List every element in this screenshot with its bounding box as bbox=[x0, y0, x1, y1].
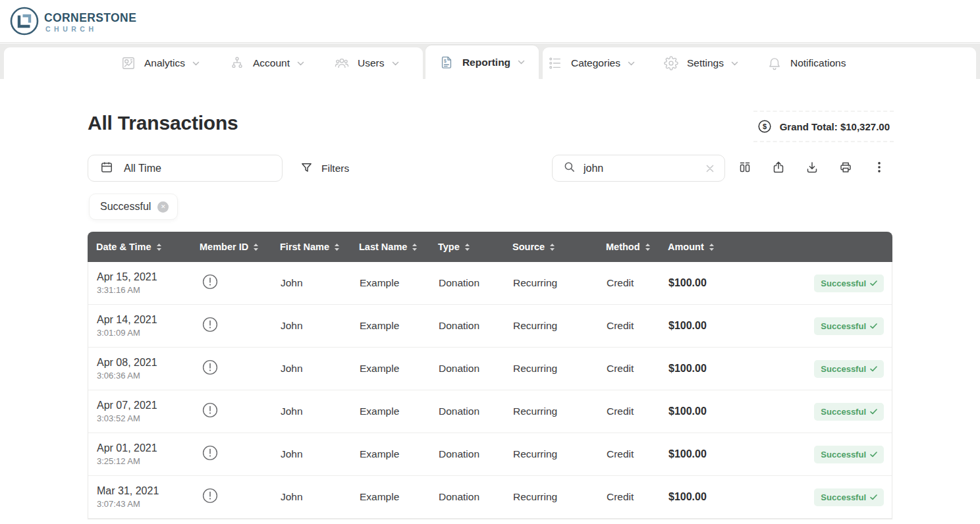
active-filter-chip[interactable]: Successful ✕ bbox=[89, 194, 178, 220]
check-icon bbox=[870, 323, 877, 329]
app-header: CORNERSTONE CHURCH bbox=[0, 0, 980, 43]
sort-icon bbox=[709, 243, 715, 251]
status-badge: Successful bbox=[814, 360, 884, 378]
table-tools bbox=[732, 155, 892, 182]
table-row[interactable]: Apr 07, 2021 3:03:52 AM John Example Don… bbox=[88, 390, 892, 433]
table-body: Apr 15, 2021 3:31:16 AM John Example Don… bbox=[88, 262, 892, 519]
search-icon bbox=[563, 161, 576, 176]
source-cell: Recurring bbox=[513, 277, 607, 289]
column-header-source[interactable]: Source bbox=[512, 242, 606, 252]
first-name-cell: John bbox=[281, 491, 360, 503]
first-name-cell: John bbox=[281, 363, 360, 375]
table-row[interactable]: Apr 14, 2021 3:01:09 AM John Example Don… bbox=[88, 305, 892, 348]
date-range-picker[interactable]: All Time bbox=[88, 155, 283, 182]
type-cell: Donation bbox=[439, 277, 513, 289]
search-box bbox=[552, 155, 725, 182]
sort-icon bbox=[464, 243, 470, 251]
column-header-type[interactable]: Type bbox=[438, 242, 512, 252]
last-name-cell: Example bbox=[360, 406, 439, 417]
svg-text:$: $ bbox=[444, 58, 447, 63]
column-header-date-time[interactable]: Date & Time bbox=[88, 242, 200, 252]
method-cell: Credit bbox=[607, 277, 668, 289]
table-row[interactable]: Apr 08, 2021 3:06:36 AM John Example Don… bbox=[88, 348, 892, 390]
notifications-icon bbox=[767, 56, 782, 70]
nav-item-categories[interactable]: Categories bbox=[548, 56, 635, 70]
check-icon bbox=[870, 494, 877, 500]
column-header-amount[interactable]: Amount bbox=[668, 242, 760, 252]
method-cell: Credit bbox=[607, 363, 668, 375]
columns-icon bbox=[738, 161, 751, 176]
member-alert-icon[interactable] bbox=[202, 444, 219, 461]
transaction-date: Apr 07, 2021 bbox=[97, 400, 200, 411]
type-cell: Donation bbox=[439, 320, 513, 332]
download-button[interactable] bbox=[799, 155, 825, 182]
nav-item-account[interactable]: Account bbox=[230, 56, 304, 70]
first-name-cell: John bbox=[281, 277, 360, 289]
download-icon bbox=[805, 161, 819, 176]
calendar-icon bbox=[100, 161, 113, 176]
member-alert-icon[interactable] bbox=[202, 487, 219, 504]
amount-cell: $100.00 bbox=[668, 448, 761, 460]
method-cell: Credit bbox=[607, 491, 668, 503]
first-name-cell: John bbox=[281, 448, 360, 460]
member-alert-icon[interactable] bbox=[202, 402, 219, 419]
amount-cell: $100.00 bbox=[668, 491, 761, 503]
status-badge: Successful bbox=[814, 403, 884, 421]
nav-item-notifications[interactable]: Notifications bbox=[767, 56, 846, 70]
filters-button[interactable]: Filters bbox=[295, 155, 354, 182]
member-alert-icon[interactable] bbox=[202, 316, 219, 333]
dollar-circle-icon: $ bbox=[757, 119, 772, 134]
check-icon bbox=[870, 409, 877, 415]
chevron-down-icon bbox=[628, 61, 635, 66]
status-badge: Successful bbox=[814, 317, 884, 335]
grand-total: $ Grand Total: $10,327.00 bbox=[753, 111, 894, 142]
method-cell: Credit bbox=[607, 406, 668, 417]
column-header-method[interactable]: Method bbox=[606, 242, 668, 252]
app-window: CORNERSTONE CHURCH Analytics Account Use… bbox=[0, 0, 980, 524]
columns-button[interactable] bbox=[732, 155, 758, 182]
column-header-first-name[interactable]: First Name bbox=[280, 242, 359, 252]
type-cell: Donation bbox=[439, 363, 513, 375]
nav-segment-left: Analytics Account Users bbox=[4, 47, 423, 79]
nav-item-settings[interactable]: Settings bbox=[664, 56, 738, 70]
main-navbar: Analytics Account Users $ Reporting bbox=[0, 43, 980, 79]
chevron-down-icon bbox=[192, 61, 200, 66]
clear-search-button[interactable] bbox=[703, 162, 717, 175]
sort-icon bbox=[156, 243, 162, 251]
first-name-cell: John bbox=[281, 320, 360, 332]
active-filters: Successful ✕ bbox=[89, 194, 178, 220]
column-header-member-id[interactable]: Member ID bbox=[200, 242, 280, 252]
member-alert-icon[interactable] bbox=[202, 273, 219, 290]
last-name-cell: Example bbox=[360, 320, 439, 332]
table-row[interactable]: Apr 15, 2021 3:31:16 AM John Example Don… bbox=[88, 262, 892, 305]
status-badge: Successful bbox=[814, 488, 884, 506]
more-button[interactable] bbox=[866, 155, 892, 182]
analytics-icon bbox=[121, 56, 136, 70]
column-header-last-name[interactable]: Last Name bbox=[359, 242, 438, 252]
source-cell: Recurring bbox=[513, 491, 607, 503]
reporting-icon: $ bbox=[439, 55, 454, 70]
chevron-down-icon bbox=[392, 61, 399, 66]
close-icon: ✕ bbox=[161, 204, 166, 210]
print-button[interactable] bbox=[832, 155, 859, 182]
remove-filter-button[interactable]: ✕ bbox=[157, 201, 169, 213]
nav-item-reporting[interactable]: $ Reporting bbox=[439, 55, 525, 70]
date-range-label: All Time bbox=[124, 163, 161, 174]
chevron-down-icon bbox=[731, 61, 738, 66]
last-name-cell: Example bbox=[360, 277, 439, 289]
nav-item-analytics[interactable]: Analytics bbox=[121, 56, 200, 70]
status-badge: Successful bbox=[814, 446, 884, 463]
table-row[interactable]: Apr 01, 2021 3:25:12 AM John Example Don… bbox=[88, 433, 892, 476]
member-alert-icon[interactable] bbox=[202, 359, 219, 376]
chevron-down-icon bbox=[518, 60, 525, 65]
share-button[interactable] bbox=[765, 155, 792, 182]
amount-cell: $100.00 bbox=[668, 320, 761, 332]
table-row[interactable]: Mar 31, 2021 3:07:43 AM John Example Don… bbox=[88, 476, 892, 519]
nav-active-tab: $ Reporting bbox=[425, 45, 539, 79]
settings-icon bbox=[664, 56, 678, 70]
check-icon bbox=[870, 452, 877, 458]
last-name-cell: Example bbox=[360, 491, 439, 503]
nav-item-users[interactable]: Users bbox=[335, 56, 398, 70]
transaction-time: 3:31:16 AM bbox=[97, 285, 200, 295]
search-input[interactable] bbox=[584, 163, 703, 174]
